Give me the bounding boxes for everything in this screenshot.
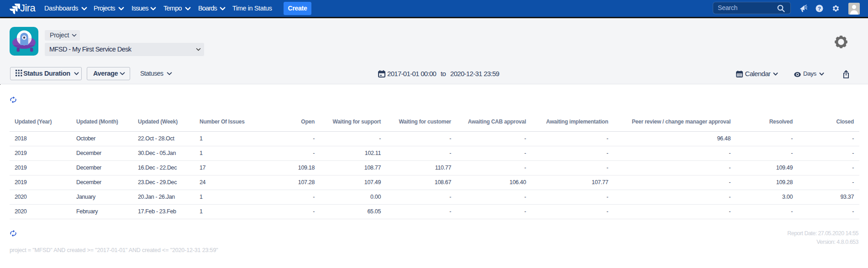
svg-text:?: ? <box>818 6 821 11</box>
